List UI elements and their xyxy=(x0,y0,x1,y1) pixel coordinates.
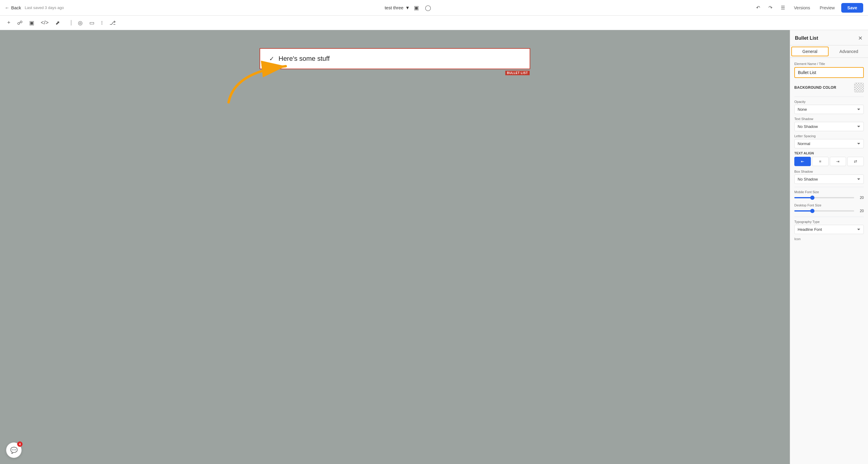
top-bar: ← Back Last saved 3 days ago test three … xyxy=(0,0,868,16)
desktop-font-size-thumb[interactable] xyxy=(810,209,814,213)
text-shadow-label: Text Shadow xyxy=(794,117,864,121)
bg-color-title: BACKGROUND COLOR xyxy=(794,85,836,90)
desktop-font-size-label: Desktop Font Size xyxy=(794,203,864,207)
redo-button[interactable]: ↷ xyxy=(766,4,775,12)
background-color-label: BACKGROUND COLOR xyxy=(794,85,836,90)
grid-button[interactable]: ⁝ xyxy=(99,18,105,28)
panel-close-button[interactable]: ✕ xyxy=(858,34,863,42)
chat-button[interactable]: 💬 4 xyxy=(6,442,22,458)
canvas-area[interactable]: ✓ Here's some stuff BULLET LIST xyxy=(0,30,790,464)
letter-spacing-label: Letter Spacing xyxy=(794,134,864,138)
back-arrow-icon: ← xyxy=(5,5,9,10)
export-button[interactable]: ⎇ xyxy=(107,18,118,28)
opacity-row: Opacity None 10% 20% 50% 75% 100% xyxy=(794,100,864,114)
typography-type-label: Typography Type xyxy=(794,220,864,224)
mobile-font-size-label: Mobile Font Size xyxy=(794,190,864,194)
mobile-font-size-row: Mobile Font Size 20 xyxy=(794,190,864,200)
saved-text: Last saved 3 days ago xyxy=(25,5,64,10)
desktop-font-size-row: Desktop Font Size 20 xyxy=(794,203,864,213)
pointer-button[interactable]: ⬈ xyxy=(53,18,62,28)
panel-header: Bullet List ✕ xyxy=(790,30,868,46)
letter-spacing-row: Letter Spacing Normal Tight Wide Wider W… xyxy=(794,134,864,148)
bullet-list-label-badge: BULLET LIST xyxy=(505,71,530,75)
toolbar: + ☍ ▣ </> ⬈ ⎹ ◎ ▭ ⁝ ⎇ xyxy=(0,16,868,30)
box-shadow-label: Box Shadow xyxy=(794,170,864,173)
typography-type-select[interactable]: Headline Font Body Font Custom xyxy=(794,225,864,234)
desktop-font-size-value: 20 xyxy=(857,209,864,213)
align-center-button[interactable]: ≡ xyxy=(812,157,829,166)
versions-button[interactable]: Versions xyxy=(791,4,813,12)
media-button[interactable]: ◎ xyxy=(75,18,85,28)
background-color-row: BACKGROUND COLOR xyxy=(794,83,864,92)
letter-spacing-select[interactable]: Normal Tight Wide Wider Widest xyxy=(794,139,864,148)
right-panel: Bullet List ✕ General Advanced Element N… xyxy=(790,30,868,464)
text-align-buttons: ⇤ ≡ ⇥ ⇄ xyxy=(794,157,864,166)
main-area: ✓ Here's some stuff BULLET LIST Bullet L… xyxy=(0,30,868,464)
bullet-list-text: Here's some stuff xyxy=(279,55,330,63)
panel-body: Element Name / Title BACKGROUND COLOR Op… xyxy=(790,58,868,246)
align-right-button[interactable]: ⇥ xyxy=(830,157,846,166)
mobile-device-button[interactable]: ◯ xyxy=(423,3,433,12)
icon-section-label: Icon xyxy=(794,237,864,241)
divider-2 xyxy=(794,187,864,187)
back-button[interactable]: ← Back xyxy=(5,5,21,10)
preview-button[interactable]: Preview xyxy=(817,4,838,12)
panel-tabs: General Advanced xyxy=(790,46,868,58)
mobile-font-size-thumb[interactable] xyxy=(810,196,814,200)
section-button[interactable]: ⎹ xyxy=(64,18,74,28)
mobile-font-size-value: 20 xyxy=(857,196,864,200)
bullet-list-block[interactable]: ✓ Here's some stuff BULLET LIST xyxy=(259,48,530,69)
code-button[interactable]: </> xyxy=(38,18,51,28)
mobile-font-size-fill xyxy=(794,197,812,198)
element-name-input[interactable] xyxy=(794,67,864,78)
desktop-font-size-container: 20 xyxy=(794,209,864,213)
text-align-label: TEXT ALIGN xyxy=(794,151,864,155)
text-shadow-select[interactable]: No Shadow Small Medium Large xyxy=(794,122,864,131)
chat-badge: 4 xyxy=(17,441,23,447)
mobile-font-size-track[interactable] xyxy=(794,197,854,198)
desktop-font-size-fill xyxy=(794,210,812,211)
box-shadow-row: Box Shadow No Shadow Small Medium Large xyxy=(794,170,864,184)
align-justify-button[interactable]: ⇄ xyxy=(847,157,864,166)
undo-button[interactable]: ↶ xyxy=(754,4,763,12)
top-bar-right: ↶ ↷ ☰ Versions Preview Save xyxy=(754,3,863,12)
mobile-font-size-container: 20 xyxy=(794,196,864,200)
box-shadow-select[interactable]: No Shadow Small Medium Large xyxy=(794,175,864,184)
divider-3 xyxy=(794,216,864,217)
align-left-button[interactable]: ⇤ xyxy=(794,157,811,166)
chevron-down-icon: ▼ xyxy=(405,5,410,10)
opacity-select[interactable]: None 10% 20% 50% 75% 100% xyxy=(794,105,864,114)
add-element-button[interactable]: + xyxy=(5,18,13,28)
container-button[interactable]: ▭ xyxy=(87,18,97,28)
top-bar-center: test three ▼ ▣ ◯ xyxy=(385,3,433,12)
top-bar-left: ← Back Last saved 3 days ago xyxy=(5,5,64,10)
divider-1 xyxy=(794,96,864,97)
project-name-label: test three xyxy=(385,5,404,10)
typography-type-row: Typography Type Headline Font Body Font … xyxy=(794,220,864,234)
pages-button[interactable]: ▣ xyxy=(27,18,37,28)
tab-general[interactable]: General xyxy=(791,47,829,56)
desktop-device-button[interactable]: ▣ xyxy=(412,3,421,12)
background-color-swatch[interactable] xyxy=(854,83,864,92)
checkmark-icon: ✓ xyxy=(269,55,274,62)
chat-icon: 💬 xyxy=(10,446,18,454)
panel-title: Bullet List xyxy=(795,35,818,41)
layers-button[interactable]: ☍ xyxy=(15,18,25,28)
tab-advanced[interactable]: Advanced xyxy=(830,46,868,57)
project-name-button[interactable]: test three ▼ xyxy=(385,5,410,10)
settings-button[interactable]: ☰ xyxy=(778,4,787,12)
canvas-content: ✓ Here's some stuff BULLET LIST xyxy=(259,42,530,223)
opacity-label: Opacity xyxy=(794,100,864,104)
text-align-section: TEXT ALIGN ⇤ ≡ ⇥ ⇄ xyxy=(794,151,864,166)
save-button[interactable]: Save xyxy=(841,3,863,12)
desktop-font-size-track[interactable] xyxy=(794,210,854,211)
back-label: Back xyxy=(11,5,21,10)
text-shadow-row: Text Shadow No Shadow Small Medium Large xyxy=(794,117,864,131)
element-name-label: Element Name / Title xyxy=(794,62,864,66)
